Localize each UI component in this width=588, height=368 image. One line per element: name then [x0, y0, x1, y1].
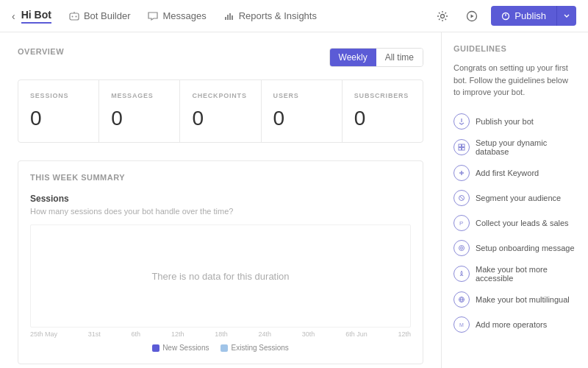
chart-area: There is no data for this duration: [30, 224, 411, 328]
overview-header: OVERVIEW Weekly All time: [18, 47, 423, 68]
x-label-6: 30th: [302, 330, 315, 338]
guideline-segment[interactable]: Segment your audience: [453, 185, 576, 210]
guideline-publish-label: Publish your bot: [476, 117, 534, 126]
stat-subscribers: SUBSCRIBERS 0: [343, 80, 423, 142]
weekly-tab[interactable]: Weekly: [330, 49, 376, 66]
svg-point-1: [71, 15, 73, 17]
header: ‹ Hi Bot Bot Builder Messages: [0, 0, 588, 32]
guideline-database-icon: [453, 139, 470, 155]
bot-builder-icon: [69, 11, 79, 21]
svg-point-2: [75, 15, 76, 17]
svg-text:M: M: [459, 322, 464, 328]
play-icon: [466, 10, 478, 22]
chart-x-axis: 25th May 31st 6th 12th 18th 24th 30th 6t…: [30, 328, 411, 338]
guideline-database-label: Setup your dynamic database: [476, 138, 576, 156]
svg-rect-0: [70, 13, 79, 20]
publish-dropdown-button[interactable]: [556, 6, 576, 26]
guideline-database[interactable]: Setup your dynamic database: [453, 134, 576, 160]
subscribers-value: 0: [354, 107, 411, 130]
x-label-1: 31st: [88, 330, 101, 338]
settings-button[interactable]: [432, 6, 453, 26]
existing-sessions-dot: [220, 344, 228, 352]
header-actions: Publish: [432, 6, 576, 26]
weekly-summary: THIS WEEK SUMMARY Sessions How many sess…: [18, 160, 423, 364]
checkpoints-value: 0: [192, 107, 248, 130]
svg-rect-12: [462, 144, 465, 147]
svg-point-18: [459, 245, 465, 250]
chart-legend: New Sessions Existing Sessions: [30, 344, 411, 352]
svg-rect-13: [459, 147, 462, 150]
legend-new-sessions-label: New Sessions: [162, 344, 209, 352]
x-label-4: 18th: [215, 330, 228, 338]
subscribers-label: SUBSCRIBERS: [354, 92, 411, 99]
alltime-tab[interactable]: All time: [376, 49, 423, 66]
guideline-accessible[interactable]: Make your bot more accessible: [453, 261, 576, 287]
guideline-keyword[interactable]: Add first Keyword: [453, 160, 576, 185]
guideline-onboarding[interactable]: Setup onboarding message: [453, 236, 576, 261]
messages-icon: [148, 11, 158, 21]
stat-messages: MESSAGES 0: [99, 80, 180, 142]
guideline-accessible-label: Make your bot more accessible: [476, 265, 576, 283]
svg-rect-7: [232, 15, 233, 20]
legend-existing-sessions: Existing Sessions: [220, 344, 288, 352]
legend-existing-sessions-label: Existing Sessions: [231, 344, 288, 352]
guideline-operators-icon: M: [453, 316, 470, 333]
guideline-leads[interactable]: P Collect your leads & sales: [453, 210, 576, 236]
preview-button[interactable]: [462, 6, 482, 26]
bot-name: Hi Bot: [21, 9, 51, 24]
nav-messages-label: Messages: [162, 10, 206, 21]
stat-checkpoints: CHECKPOINTS 0: [180, 80, 261, 142]
guideline-onboarding-icon: [453, 240, 470, 256]
stat-users: USERS 0: [262, 80, 343, 142]
summary-title: THIS WEEK SUMMARY: [30, 173, 411, 182]
guidelines-sidebar: GUIDELINES Congrats on setting up your f…: [441, 32, 588, 368]
guidelines-intro: Congrats on setting up your first bot. F…: [453, 62, 576, 99]
guideline-onboarding-label: Setup onboarding message: [476, 244, 575, 252]
svg-rect-6: [229, 13, 231, 20]
guideline-multilingual-icon: [453, 291, 470, 308]
svg-rect-4: [225, 17, 226, 20]
messages-value: 0: [111, 107, 168, 130]
reports-icon: [224, 11, 234, 21]
main-layout: OVERVIEW Weekly All time SESSIONS 0 MESS…: [0, 32, 588, 368]
guideline-keyword-icon: [453, 165, 470, 181]
checkpoints-label: CHECKPOINTS: [192, 92, 248, 99]
chart-subtitle: How many sessions does your bot handle o…: [30, 207, 411, 216]
x-label-2: 6th: [132, 330, 141, 338]
x-label-3: 12th: [171, 330, 184, 338]
x-label-5: 24th: [259, 330, 272, 338]
svg-point-19: [461, 247, 463, 249]
stats-row: SESSIONS 0 MESSAGES 0 CHECKPOINTS 0 USER…: [18, 79, 423, 143]
messages-label: MESSAGES: [111, 92, 168, 99]
nav-reports[interactable]: Reports & Insights: [224, 10, 317, 21]
svg-text:P: P: [459, 220, 463, 227]
chevron-down-icon: [563, 12, 570, 19]
publish-main-button[interactable]: Publish: [491, 6, 556, 26]
guideline-operators[interactable]: M Add more operators: [453, 312, 576, 337]
guideline-operators-label: Add more operators: [476, 320, 547, 329]
stat-sessions: SESSIONS 0: [18, 80, 99, 142]
nav-bot-builder[interactable]: Bot Builder: [69, 10, 131, 21]
back-button[interactable]: ‹: [12, 10, 15, 22]
svg-rect-5: [227, 15, 229, 20]
guideline-accessible-icon: [453, 266, 470, 282]
x-label-7: 6th Jun: [345, 330, 368, 338]
main-nav: Bot Builder Messages Reports & Insights: [69, 10, 432, 21]
guideline-publish[interactable]: Publish your bot: [453, 109, 576, 134]
nav-messages[interactable]: Messages: [148, 10, 206, 21]
legend-new-sessions: New Sessions: [152, 344, 209, 352]
guideline-leads-icon: P: [453, 215, 470, 231]
publish-label: Publish: [514, 10, 546, 21]
guideline-keyword-label: Add first Keyword: [476, 169, 539, 177]
svg-line-16: [460, 196, 464, 199]
no-data-text: There is no data for this duration: [151, 271, 289, 282]
main-content: OVERVIEW Weekly All time SESSIONS 0 MESS…: [0, 32, 441, 368]
publish-button-group: Publish: [491, 6, 576, 26]
users-value: 0: [273, 107, 330, 130]
guideline-multilingual[interactable]: Make your bot multilingual: [453, 287, 576, 312]
x-label-0: 25th May: [30, 330, 57, 338]
nav-reports-label: Reports & Insights: [239, 10, 317, 21]
guideline-segment-icon: [453, 190, 470, 206]
guidelines-title: GUIDELINES: [453, 44, 576, 53]
guideline-publish-icon: [453, 113, 470, 130]
